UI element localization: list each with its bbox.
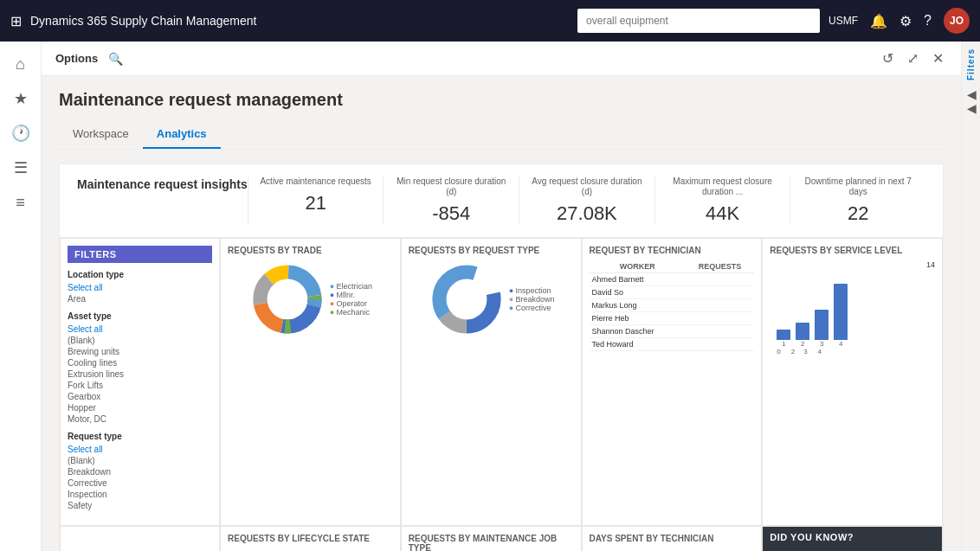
close-button[interactable]: ✕	[929, 47, 947, 70]
filter-request-label: Request type	[68, 432, 212, 441]
kpi-title-block: Maintenance request insights	[77, 176, 248, 192]
avatar[interactable]: JO	[944, 8, 970, 34]
gear-icon[interactable]: ⚙	[899, 13, 912, 29]
kpi-metric-label-3: Maximum request closure duration ...	[664, 176, 782, 197]
filter-option[interactable]: Select all	[68, 324, 212, 335]
bell-icon[interactable]: 🔔	[870, 13, 887, 29]
kpi-row: Maintenance request insights Active main…	[60, 164, 943, 238]
filter-option[interactable]: (Blank)	[68, 335, 212, 346]
tab-analytics[interactable]: Analytics	[143, 120, 221, 149]
bar-group-4: 4	[834, 284, 848, 348]
filter-option[interactable]: Inspection	[68, 489, 212, 500]
filter-option[interactable]: Cooling lines	[68, 357, 212, 368]
kpi-metric-label-4: Downtime planned in next 7 days	[799, 176, 917, 197]
bar-2	[796, 323, 809, 340]
filter-option[interactable]: Brewing units	[68, 346, 212, 357]
filter-option[interactable]: Hopper	[68, 402, 212, 413]
technician-table: WORKER REQUESTS Ahmed Barnett David So M…	[590, 260, 755, 351]
donut-chart-request-type	[428, 260, 506, 338]
filter-location-label: Location type	[68, 270, 212, 279]
did-you-know-title: DID YOU KNOW?	[763, 527, 942, 548]
filter-option[interactable]: (Blank)	[68, 455, 212, 466]
main-area: Options 🔍 ↺ ⤢ ✕ Maintenance request mana…	[42, 42, 961, 551]
search-input[interactable]	[577, 9, 820, 33]
filter-option[interactable]: Select all	[68, 444, 212, 455]
chart-title: Requests by lifecycle state	[228, 534, 393, 543]
topbar-actions: USMF 🔔 ⚙ ? JO	[828, 8, 970, 34]
filters-toggle[interactable]: Filters	[966, 48, 976, 80]
app-title: Dynamics 365 Supply Chain Management	[30, 14, 569, 28]
options-label: Options	[55, 52, 98, 65]
filter-asset: Asset type Select all (Blank) Brewing un…	[68, 311, 212, 425]
sidebar-item-star[interactable]: ★	[5, 83, 36, 114]
kpi-metric-value-1: -854	[392, 202, 510, 225]
page-content: Maintenance request management Workspace…	[42, 76, 961, 551]
bar-1	[777, 330, 790, 340]
filter-option[interactable]: Extrusion lines	[68, 368, 212, 380]
grid-icon[interactable]: ⊞	[10, 13, 22, 29]
did-you-know-panel: DID YOU KNOW? Mechanic is the most requi…	[763, 527, 942, 551]
svg-point-10	[447, 280, 486, 319]
chart-requests-by-type: Requests by request type ● Inspection ● …	[402, 239, 581, 525]
bar-3	[815, 310, 828, 340]
chart-title: Requests by service level	[770, 246, 935, 255]
kpi-metric-1: Min request closure duration (d) -854	[383, 176, 519, 225]
col-requests: REQUESTS	[686, 260, 754, 273]
kpi-metric-label-2: Avg request closure duration (d)	[528, 176, 646, 197]
kpi-metrics: Active maintenance requests 21 Min reque…	[248, 176, 925, 225]
kpi-metric-value-0: 21	[257, 192, 375, 215]
kpi-metric-value-3: 44K	[664, 202, 782, 225]
filter-location: Location type Select all Area	[68, 270, 212, 304]
table-row: Ted Howard	[590, 338, 755, 351]
chart-lifecycle: Requests by lifecycle state ● New ● InPr…	[221, 527, 400, 551]
filter-option[interactable]: Area	[68, 293, 212, 304]
svg-point-6	[268, 280, 306, 319]
filter-option[interactable]: Breakdown	[68, 466, 212, 477]
filter-option[interactable]: Gearbox	[68, 391, 212, 402]
right-panel: Filters ◀◀	[961, 42, 980, 551]
page-title: Maintenance request management	[59, 90, 944, 110]
filter-option[interactable]: Safety	[68, 500, 212, 511]
table-row: Pierre Heb	[590, 312, 755, 325]
table-row: Shannon Dascher	[590, 325, 755, 338]
donut-chart-trade	[248, 260, 326, 338]
kpi-metric-3: Maximum request closure duration ... 44K	[654, 176, 790, 225]
refresh-button[interactable]: ↺	[879, 47, 897, 70]
chart-days-by-technician: Days spent by technician WORKER TOTAL DA…	[583, 527, 762, 551]
sidebar-item-list[interactable]: ≡	[5, 187, 36, 218]
filters-title: FILTERS	[68, 246, 212, 263]
filter-request: Request type Select all (Blank) Breakdow…	[68, 432, 212, 511]
analytics-frame: Maintenance request insights Active main…	[59, 163, 944, 551]
topbar: ⊞ Dynamics 365 Supply Chain Management U…	[0, 0, 980, 42]
filter-option[interactable]: Select all	[68, 282, 212, 293]
sidebar-item-nav[interactable]: ☰	[5, 152, 36, 183]
chart-title: Requests by trade	[228, 246, 393, 255]
options-search-icon[interactable]: 🔍	[108, 52, 123, 66]
filter-asset-label: Asset type	[68, 311, 212, 321]
kpi-metric-value-4: 22	[799, 202, 917, 225]
bar-4	[834, 284, 848, 340]
filter-option[interactable]: Corrective	[68, 477, 212, 489]
expand-button[interactable]: ⤢	[904, 47, 922, 70]
bar-group-1: 1	[777, 330, 790, 348]
tab-workspace[interactable]: Workspace	[59, 120, 143, 149]
kpi-metric-label-1: Min request closure duration (d)	[392, 176, 510, 197]
table-row: David So	[590, 286, 755, 299]
chart-requests-by-trade: Requests by trade	[221, 239, 400, 525]
chart-job-type: Requests by maintenance job type	[402, 527, 581, 551]
kpi-metric-0: Active maintenance requests 21	[248, 176, 384, 225]
kpi-metric-value-2: 27.08K	[528, 202, 646, 225]
filter-option[interactable]: Fork Lifts	[68, 380, 212, 391]
chart-title: Days spent by technician	[590, 534, 755, 543]
help-icon[interactable]: ?	[924, 13, 932, 29]
collapse-icon[interactable]: ◀◀	[964, 87, 978, 115]
table-row: Markus Long	[590, 299, 755, 312]
kpi-title: Maintenance request insights	[77, 176, 248, 192]
filter-option[interactable]: Motor, DC	[68, 413, 212, 425]
chart-service-level: Requests by service level 14 1 2	[763, 239, 942, 525]
sidebar-item-home[interactable]: ⌂	[5, 48, 36, 80]
dashboard-row1: FILTERS Location type Select all Area As…	[60, 238, 943, 526]
sidebar-item-recent[interactable]: 🕐	[5, 118, 36, 149]
bar-group-3: 3	[815, 310, 828, 348]
options-actions: ↺ ⤢ ✕	[879, 47, 947, 70]
